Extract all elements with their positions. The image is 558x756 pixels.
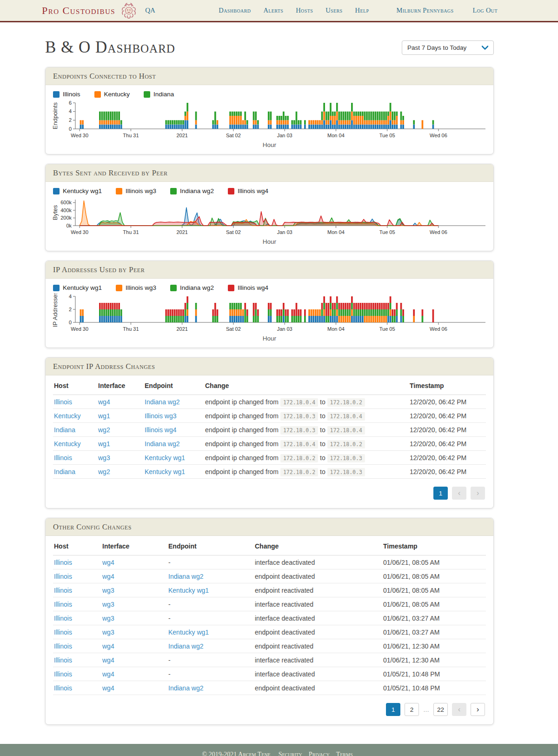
- legend-label: Indiana: [153, 91, 174, 98]
- next-page-button[interactable]: ›: [471, 487, 485, 500]
- host-link[interactable]: Illinois: [54, 615, 72, 622]
- pagination-ellipsis: …: [423, 706, 429, 713]
- interface-link[interactable]: wg4: [102, 670, 114, 678]
- interface-link[interactable]: wg4: [98, 398, 110, 406]
- interface-link[interactable]: wg2: [98, 426, 110, 434]
- next-page-button[interactable]: ›: [471, 703, 485, 716]
- legend-swatch: [228, 285, 234, 291]
- table-row: Illinois wg4 - interface deactivated 01/…: [53, 667, 486, 681]
- table-row: Illinois wg4 Indiana wg2 endpoint reacti…: [53, 639, 486, 653]
- nav-item-alerts[interactable]: Alerts: [263, 7, 283, 14]
- host-link[interactable]: Illinois: [54, 684, 72, 692]
- svg-text:Jan 03: Jan 03: [277, 133, 292, 138]
- endpoint-empty: -: [168, 601, 171, 608]
- prev-page-button[interactable]: ‹: [452, 703, 466, 716]
- host-link[interactable]: Indiana: [54, 468, 75, 475]
- nav-item-hosts[interactable]: Hosts: [296, 7, 313, 14]
- footer-link-security[interactable]: Security: [279, 751, 302, 756]
- chart-xlabel: Hour: [52, 141, 487, 150]
- interface-link[interactable]: wg1: [98, 412, 110, 420]
- svg-text:Tue 05: Tue 05: [379, 133, 395, 138]
- timestamp: 01/06/21, 03:27 AM: [383, 629, 439, 636]
- panel-other-config-changes: Other Config Changes HostInterfaceEndpoi…: [45, 518, 494, 725]
- svg-text:0: 0: [69, 126, 72, 132]
- host-link[interactable]: Illinois: [54, 454, 72, 462]
- interface-link[interactable]: wg3: [98, 454, 110, 462]
- footer-link-privacy[interactable]: Privacy: [309, 751, 330, 756]
- table-row: Kentucky wg1 Indiana wg2 endpoint ip cha…: [53, 437, 486, 451]
- svg-text:Mon 04: Mon 04: [327, 229, 345, 235]
- nav-item-dashboard[interactable]: Dashboard: [219, 7, 251, 14]
- change-text: interface deactivated: [255, 670, 315, 678]
- nav-item-users[interactable]: Users: [326, 7, 342, 14]
- timestamp: 12/20/20, 06:42 PM: [410, 468, 466, 475]
- endpoint-link[interactable]: Kentucky wg1: [145, 468, 185, 475]
- host-link[interactable]: Illinois: [54, 656, 72, 664]
- prev-page-button[interactable]: ‹: [452, 487, 466, 500]
- chart-xlabel: Hour: [52, 238, 487, 247]
- host-link[interactable]: Illinois: [54, 642, 72, 650]
- interface-link[interactable]: wg3: [102, 601, 114, 608]
- interface-link[interactable]: wg1: [98, 440, 110, 448]
- legend-swatch: [116, 285, 122, 291]
- title-row: B & O Dashboard Past 7 Days to Today: [45, 38, 494, 57]
- ip-before: 172.18.0.4: [280, 440, 318, 448]
- svg-text:600k: 600k: [60, 200, 72, 205]
- interface-link[interactable]: wg3: [102, 615, 114, 622]
- svg-text:Sat 02: Sat 02: [226, 326, 241, 332]
- legend-label: Illinois wg4: [238, 187, 268, 194]
- change-text: endpoint ip changed from 172.18.0.2 to 1…: [205, 454, 365, 462]
- endpoint-link[interactable]: Kentucky wg1: [145, 454, 185, 462]
- endpoint-link[interactable]: Kentucky wg1: [168, 629, 209, 636]
- host-link[interactable]: Illinois: [54, 573, 72, 580]
- interface-link[interactable]: wg3: [102, 629, 114, 636]
- endpoint-link[interactable]: Indiana wg2: [145, 398, 180, 406]
- interface-link[interactable]: wg4: [102, 642, 114, 650]
- host-link[interactable]: Indiana: [54, 426, 75, 434]
- date-range-select[interactable]: Past 7 Days to Today: [402, 40, 494, 55]
- interface-link[interactable]: wg4: [102, 573, 114, 580]
- nav-item-help[interactable]: Help: [355, 7, 369, 14]
- host-link[interactable]: Illinois: [54, 559, 72, 566]
- footer-link-terms[interactable]: Terms: [336, 751, 353, 756]
- date-range-value: Past 7 Days to Today: [407, 44, 466, 51]
- interface-link[interactable]: wg4: [102, 559, 114, 566]
- host-link[interactable]: Illinois: [54, 670, 72, 678]
- nav-item-user[interactable]: Milburn Pennybags: [396, 7, 453, 14]
- table-row: Illinois wg3 Kentucky wg1 endpoint react…: [53, 583, 486, 597]
- nav-item-logout[interactable]: Log Out: [472, 7, 498, 14]
- host-link[interactable]: Illinois: [54, 398, 72, 406]
- host-link[interactable]: Illinois: [54, 629, 72, 636]
- main-nav: DashboardAlertsHostsUsersHelpMilburn Pen…: [219, 7, 498, 14]
- ip-before: 172.18.0.2: [280, 468, 318, 476]
- host-link[interactable]: Illinois: [54, 587, 72, 594]
- ip-after: 172.18.0.3: [327, 454, 365, 462]
- endpoint-link[interactable]: Indiana wg2: [168, 684, 204, 692]
- legend-label: Kentucky wg1: [63, 187, 102, 194]
- endpoint-empty: -: [168, 615, 171, 622]
- table-row: Illinois wg4 - interface reactivated 01/…: [53, 653, 486, 667]
- interface-link[interactable]: wg4: [102, 656, 114, 664]
- interface-link[interactable]: wg3: [102, 587, 114, 594]
- endpoint-link[interactable]: Indiana wg2: [145, 440, 180, 448]
- ip-after: 172.18.0.3: [327, 468, 365, 476]
- host-link[interactable]: Illinois: [54, 601, 72, 608]
- page-button-2[interactable]: 2: [405, 703, 419, 716]
- host-link[interactable]: Kentucky: [54, 412, 81, 420]
- page-button-1[interactable]: 1: [386, 703, 400, 716]
- interface-link[interactable]: wg2: [98, 468, 110, 475]
- endpoint-link[interactable]: Indiana wg2: [168, 573, 204, 580]
- host-link[interactable]: Kentucky: [54, 440, 81, 448]
- timestamp: 01/06/21, 12:30 AM: [383, 656, 439, 664]
- qa-link[interactable]: QA: [145, 7, 155, 14]
- brand-link[interactable]: Pro Custodibus: [42, 2, 138, 20]
- endpoint-link[interactable]: Illinois wg4: [145, 426, 176, 434]
- endpoint-link[interactable]: Illinois wg3: [145, 412, 176, 420]
- endpoint-link[interactable]: Indiana wg2: [168, 642, 204, 650]
- page-button-22[interactable]: 22: [433, 703, 448, 716]
- brand-name: Pro Custodibus: [42, 5, 115, 17]
- interface-link[interactable]: wg4: [102, 684, 114, 692]
- page-button-1[interactable]: 1: [433, 487, 448, 500]
- endpoint-link[interactable]: Kentucky wg1: [168, 587, 209, 594]
- timestamp: 12/20/20, 06:42 PM: [410, 454, 466, 462]
